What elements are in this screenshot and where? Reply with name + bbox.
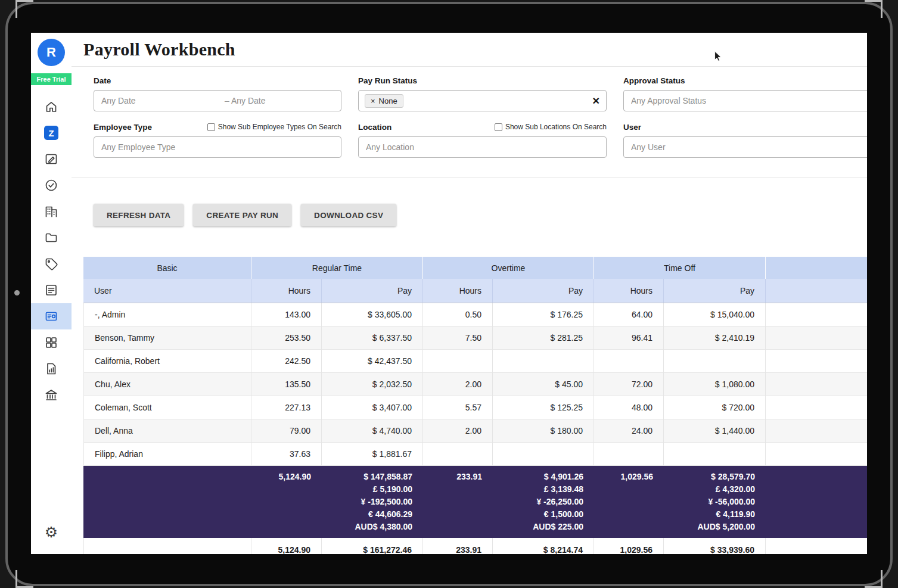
cell-rt-pay: $ 33,605.00	[322, 303, 423, 326]
totals-ot-pay: $ 4,901.26 £ 3,139.48 ¥ -26,250.00 € 1,5…	[493, 471, 594, 533]
cell-ot-pay: $ 125.25	[493, 396, 594, 419]
pay-run-status-input[interactable]: × None ✕	[358, 90, 607, 111]
cell-user: Benson, Tammy	[83, 326, 251, 349]
sidebar-item-z-app[interactable]: Z	[31, 120, 72, 146]
col-to-hours[interactable]: Hours	[594, 279, 664, 303]
col-rt-pay[interactable]: Pay	[322, 279, 423, 303]
folder-icon	[44, 231, 58, 245]
total-line: ¥ -56,000.00	[708, 496, 755, 508]
cell-ot-pay: $ 281.25	[493, 326, 594, 349]
payroll-icon	[44, 309, 58, 323]
sidebar: R Free Trial Z	[31, 33, 72, 554]
totals-to-hours: 1,029.56	[594, 471, 664, 533]
cell-extra	[766, 443, 867, 465]
cell-rt-pay: $ 3,407.00	[322, 396, 423, 419]
date-from-placeholder[interactable]: Any Date	[94, 96, 217, 105]
user-input[interactable]	[623, 136, 867, 158]
cell-rt-pay: $ 1,881.67	[322, 443, 423, 465]
total-line: $ 28,579.70	[711, 471, 755, 483]
sidebar-item-notes[interactable]	[31, 277, 72, 303]
date-range-input[interactable]: Any Date – Any Date	[94, 90, 341, 111]
sidebar-item-compose[interactable]	[31, 146, 72, 172]
sidebar-item-settings[interactable]: ⚙	[31, 519, 72, 546]
sub-employee-types-checkbox[interactable]	[207, 123, 215, 131]
status-chip-none[interactable]: × None	[365, 94, 403, 108]
sidebar-item-dashboard[interactable]	[31, 329, 72, 356]
col-to-pay[interactable]: Pay	[664, 279, 766, 303]
user-field: User	[623, 121, 867, 158]
table-row[interactable]: -, Admin 143.00 $ 33,605.00 0.50 $ 176.2…	[83, 303, 867, 326]
download-csv-button[interactable]: DOWNLOAD CSV	[301, 204, 396, 226]
column-header-row: User Hours Pay Hours Pay Hours Pay	[83, 279, 867, 303]
cell-user: Dell, Anna	[83, 419, 251, 442]
cell-rt-pay: $ 4,740.00	[322, 419, 423, 442]
user-label: User	[623, 123, 641, 132]
cell-to-hours: 96.41	[594, 326, 664, 349]
cell-ot-hours: 2.00	[423, 373, 493, 396]
table-row[interactable]: Dell, Anna 79.00 $ 4,740.00 2.00 $ 180.0…	[83, 419, 867, 443]
cell-extra	[766, 303, 867, 326]
cell-extra	[766, 373, 867, 396]
table-row[interactable]: Chu, Alex 135.50 $ 2,032.50 2.00 $ 45.00…	[83, 373, 867, 396]
col-ot-hours[interactable]: Hours	[423, 279, 493, 303]
cell-to-pay	[664, 443, 766, 465]
table-row[interactable]: Coleman, Scott 227.13 $ 3,407.00 5.57 $ …	[83, 396, 867, 419]
cell-to-pay: $ 2,410.19	[664, 326, 766, 349]
approval-status-label: Approval Status	[623, 76, 685, 85]
total-line: £ 5,190.00	[373, 483, 412, 496]
location-input[interactable]	[358, 136, 607, 158]
chip-remove-icon[interactable]: ×	[371, 97, 375, 105]
chip-label: None	[379, 97, 397, 105]
corner-mark	[865, 0, 883, 18]
table-row[interactable]: Filipp, Adrian 37.63 $ 1,881.67	[83, 443, 867, 466]
cell-extra	[766, 350, 867, 372]
sidebar-item-folder[interactable]	[31, 225, 72, 251]
cell-ot-hours: 233.91	[423, 538, 493, 554]
cell-extra	[766, 396, 867, 419]
cell-to-hours	[594, 350, 664, 372]
table-row[interactable]: California, Robert 242.50 $ 42,437.50	[83, 350, 867, 373]
sidebar-item-home[interactable]	[31, 94, 72, 120]
cell-to-pay	[664, 350, 766, 372]
sub-locations-label: Show Sub Locations On Search	[505, 123, 607, 131]
clear-icon[interactable]: ✕	[592, 95, 600, 107]
create-pay-run-button[interactable]: CREATE PAY RUN	[193, 204, 291, 226]
sub-locations-checkbox[interactable]	[495, 123, 502, 131]
sidebar-item-approvals[interactable]	[31, 172, 72, 198]
cell-to-pay: $ 720.00	[664, 396, 766, 419]
app-logo[interactable]: R	[38, 39, 65, 66]
group-extra	[766, 257, 867, 279]
total-line: € 1,500.00	[544, 508, 583, 521]
table-row[interactable]: Benson, Tammy 253.50 $ 6,337.50 7.50 $ 2…	[83, 326, 867, 350]
cell-ot-pay	[493, 350, 594, 372]
sidebar-item-company[interactable]	[31, 198, 72, 225]
cell-rt-pay: $ 161,272.46	[322, 538, 423, 554]
cell-extra	[766, 326, 867, 349]
cell-rt-hours: 242.50	[251, 350, 322, 372]
sub-employee-types-option: Show Sub Employee Types On Search	[207, 123, 341, 131]
refresh-data-button[interactable]: REFRESH DATA	[94, 204, 184, 226]
cell-to-hours	[594, 443, 664, 465]
total-line: AUD$ 4,380.00	[355, 521, 412, 533]
col-user[interactable]: User	[83, 279, 251, 303]
sidebar-item-reports[interactable]	[31, 356, 72, 382]
col-rt-hours[interactable]: Hours	[251, 279, 322, 303]
col-ot-pay[interactable]: Pay	[493, 279, 594, 303]
sidebar-item-tags[interactable]	[31, 251, 72, 277]
notes-icon	[44, 283, 58, 297]
date-to-placeholder[interactable]: – Any Date	[217, 96, 341, 105]
cell-extra	[766, 538, 867, 554]
cell-rt-hours: 227.13	[251, 396, 322, 419]
approvals-icon	[44, 178, 58, 192]
employee-type-input[interactable]	[94, 136, 341, 158]
tag-icon	[44, 257, 58, 271]
sidebar-item-payroll[interactable]	[31, 303, 72, 329]
totals-rt-pay: $ 147,858.87 £ 5,190.00 ¥ -192,500.00 € …	[322, 471, 423, 533]
sidebar-item-bank[interactable]	[31, 382, 72, 408]
settings-gear-icon: ⚙	[45, 525, 58, 540]
date-field: Date Any Date – Any Date	[94, 74, 341, 111]
page-title: Payroll Workbench	[83, 39, 235, 60]
cell-ot-hours: 0.50	[423, 303, 493, 326]
total-line: ¥ -26,250.00	[536, 496, 583, 508]
approval-status-input[interactable]	[623, 90, 867, 111]
